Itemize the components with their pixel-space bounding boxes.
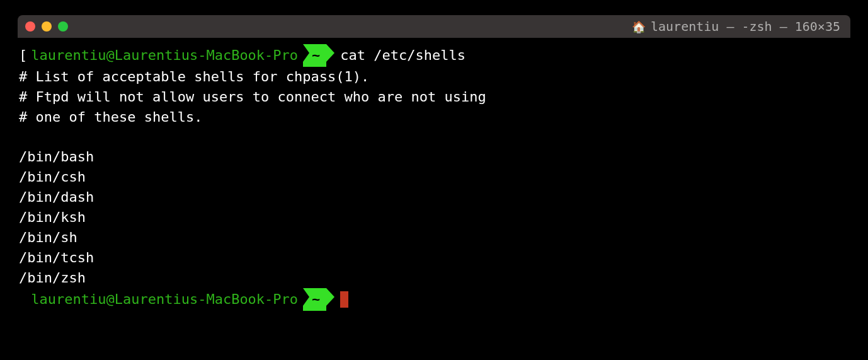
terminal-content[interactable]: [ laurentiu@Laurentius-MacBook-Pro ~ cat… <box>18 38 850 317</box>
prompt-line-1: [ laurentiu@Laurentius-MacBook-Pro ~ cat… <box>19 44 849 67</box>
terminal-window: 🏠 laurentiu — -zsh — 160×35 [ laurentiu@… <box>18 15 850 317</box>
output-line: /bin/zsh <box>19 268 849 288</box>
title-label: laurentiu — -zsh — 160×35 <box>651 19 840 34</box>
close-button[interactable] <box>25 21 35 32</box>
prompt-line-2: laurentiu@Laurentius-MacBook-Pro ~ <box>19 288 849 311</box>
cwd-badge: ~ <box>303 44 326 67</box>
traffic-lights <box>25 21 68 32</box>
user-host-2: laurentiu@Laurentius-MacBook-Pro <box>31 289 298 310</box>
output-line: # Ftpd will not allow users to connect w… <box>19 87 849 107</box>
cwd-badge-text: ~ <box>303 44 326 67</box>
cwd-badge-text-2: ~ <box>303 288 326 311</box>
output-line: /bin/sh <box>19 228 849 248</box>
cwd-badge-2: ~ <box>303 288 326 311</box>
command-text: cat /etc/shells <box>340 45 465 66</box>
output-line: # one of these shells. <box>19 107 849 127</box>
output-line: /bin/ksh <box>19 207 849 228</box>
output-line: /bin/dash <box>19 187 849 207</box>
cursor <box>340 291 348 308</box>
title-bar: 🏠 laurentiu — -zsh — 160×35 <box>18 15 850 38</box>
maximize-button[interactable] <box>58 21 68 32</box>
output-line: # List of acceptable shells for chpass(1… <box>19 67 849 87</box>
user-host: laurentiu@Laurentius-MacBook-Pro <box>31 45 298 66</box>
prompt-bracket: [ <box>19 45 27 66</box>
home-icon: 🏠 <box>632 20 646 33</box>
window-title: 🏠 laurentiu — -zsh — 160×35 <box>632 19 840 34</box>
prompt-bracket-spacer <box>19 289 27 310</box>
output-line: /bin/tcsh <box>19 248 849 268</box>
output-block: # List of acceptable shells for chpass(1… <box>19 67 849 288</box>
minimize-button[interactable] <box>42 21 52 32</box>
output-line <box>19 127 849 148</box>
output-line: /bin/csh <box>19 167 849 187</box>
output-line: /bin/bash <box>19 147 849 167</box>
